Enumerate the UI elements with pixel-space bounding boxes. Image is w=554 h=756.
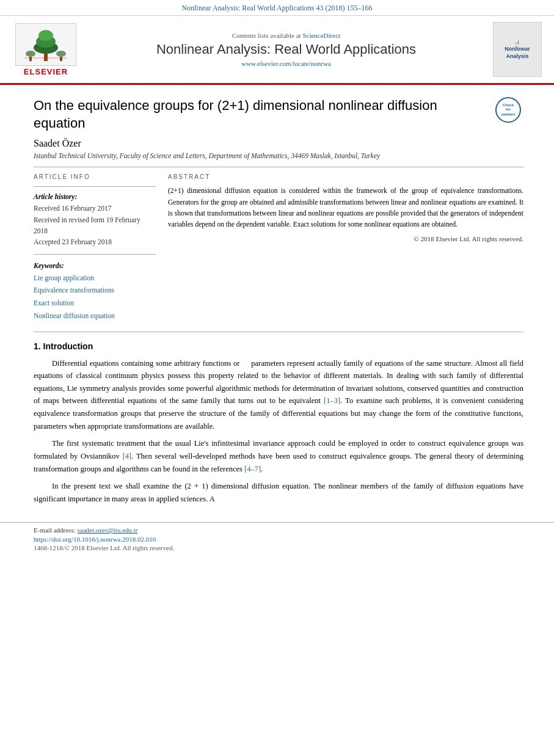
doi-link[interactable]: https://doi.org/10.1016/j.nonrwa.2018.02… (34, 536, 156, 543)
keyword-3[interactable]: Exact solution (34, 297, 156, 310)
elsevier-brand-text: ELSEVIER (24, 67, 68, 76)
article-info-col: ARTICLE INFO Article history: Received 1… (34, 173, 156, 322)
elsevier-tree-image (15, 23, 76, 66)
journal-title: Nonlinear Analysis: Real World Applicati… (86, 42, 487, 57)
abstract-text: (2+1) dimensional diffusion equation is … (168, 185, 523, 230)
contents-text: Contents lists available at (232, 32, 301, 39)
journal-thumb-title: 📊 Nonlinear Analysis (505, 39, 530, 60)
keywords-label: Keywords: (34, 262, 156, 269)
section-divider (34, 332, 523, 332)
ref-link-4[interactable]: [4] (123, 452, 132, 460)
sciencedirect-link[interactable]: ScienceDirect (302, 32, 340, 39)
journal-citation: Nonlinear Analysis: Real World Applicati… (182, 4, 373, 12)
svg-point-3 (38, 30, 53, 41)
abstract-header: ABSTRACT (168, 173, 523, 180)
issn-line: 1468-1218/© 2018 Elsevier Ltd. All right… (34, 544, 520, 551)
svg-rect-7 (29, 57, 32, 61)
abstract-col: ABSTRACT (2+1) dimensional diffusion equ… (168, 173, 523, 322)
received-date: Received 16 February 2017 (34, 203, 156, 214)
paper-title-row: On the equivalence groups for (2+1) dime… (34, 97, 523, 132)
contents-available-line: Contents lists available at ScienceDirec… (86, 32, 487, 39)
history-label: Article history: (34, 193, 156, 200)
keyword-2[interactable]: Equivalence transformations (34, 284, 156, 297)
title-divider (34, 167, 523, 167)
history-dates: Received 16 February 2017 Received in re… (34, 203, 156, 248)
svg-point-6 (56, 51, 66, 57)
journal-center-info: Contents lists available at ScienceDirec… (86, 32, 487, 67)
author-affiliation: Istanbul Technical University, Faculty o… (34, 152, 523, 159)
ref-link-4-7[interactable]: [4–7] (244, 465, 261, 473)
doi-line: https://doi.org/10.1016/j.nonrwa.2018.02… (34, 536, 520, 543)
article-two-col: ARTICLE INFO Article history: Received 1… (34, 173, 523, 322)
copyright-line: © 2018 Elsevier Ltd. All rights reserved… (168, 235, 523, 242)
keywords-list: Lie group application Equivalence transf… (34, 272, 156, 322)
email-label: E-mail address: (34, 526, 76, 534)
keyword-1[interactable]: Lie group application (34, 272, 156, 285)
elsevier-logo: ELSEVIER (12, 23, 79, 76)
revised-date: Received in revised form 19 February 201… (34, 214, 156, 237)
email-line: E-mail address: saadet.ozer@itu.edu.tr (34, 526, 520, 534)
intro-para-2: The first systematic treatment that the … (34, 437, 523, 475)
paper-body: On the equivalence groups for (2+1) dime… (0, 85, 554, 522)
footer-bar: E-mail address: saadet.ozer@itu.edu.tr h… (0, 522, 554, 555)
article-info-header: ARTICLE INFO (34, 173, 156, 180)
accepted-date: Accepted 23 February 2018 (34, 236, 156, 247)
journal-thumbnail: 📊 Nonlinear Analysis (493, 22, 542, 77)
top-journal-bar: Nonlinear Analysis: Real World Applicati… (0, 0, 554, 16)
svg-rect-8 (60, 57, 62, 61)
intro-para-1: Differential equations containing some a… (34, 357, 523, 433)
intro-section-title: 1. Introduction (34, 341, 523, 351)
intro-para-3: In the present text we shall examine the… (34, 480, 523, 505)
check-updates-icon: Checkforupdates (495, 97, 521, 123)
keywords-divider (34, 254, 156, 255)
journal-url[interactable]: www.elsevier.com/locate/nonrwa (86, 60, 487, 67)
paper-title: On the equivalence groups for (2+1) dime… (34, 97, 487, 132)
email-link[interactable]: saadet.ozer@itu.edu.tr (77, 526, 137, 534)
info-divider (34, 186, 156, 187)
journal-header: ELSEVIER Contents lists available at Sci… (0, 16, 554, 85)
ref-link-1-3[interactable]: [1–3] (324, 396, 340, 405)
svg-point-5 (26, 51, 35, 57)
keyword-4[interactable]: Nonlinear diffusion equation (34, 310, 156, 322)
check-updates-badge: Checkforupdates (493, 97, 523, 123)
author-name: Saadet Özer (34, 138, 523, 149)
